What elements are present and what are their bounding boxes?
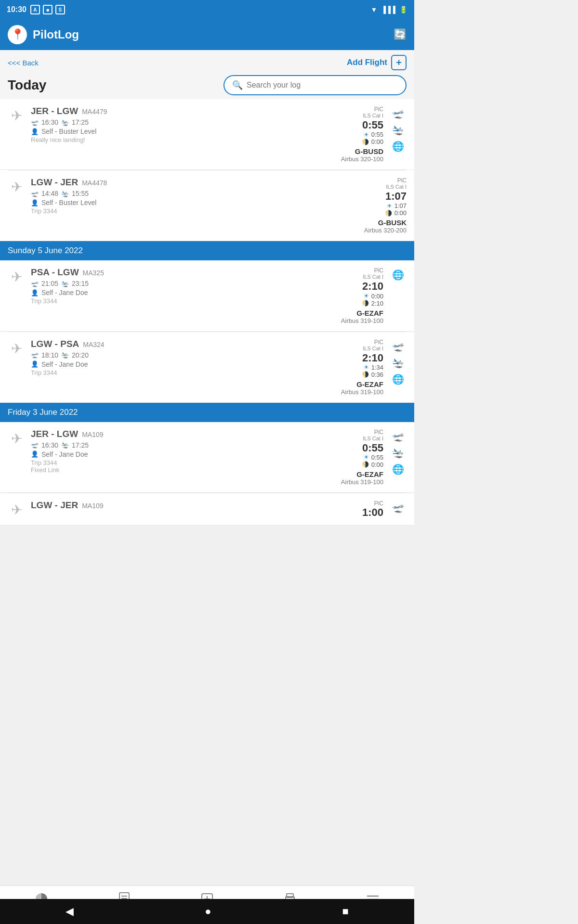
back-button[interactable]: <<< Back xyxy=(8,59,39,67)
logo-pin-icon: 📍 xyxy=(11,28,24,41)
dep-time: 21:05 xyxy=(41,280,58,287)
moon-icon: 🌗 xyxy=(362,300,369,307)
crew-name: Self - Jane Doe xyxy=(41,450,88,458)
flight-card[interactable]: ✈ JER - LGW MA4479 🛫 16:30 🛬 17:25 👤 Sel… xyxy=(0,99,414,170)
arr-icon: 🛬 xyxy=(61,190,69,197)
night-time: 0:00 xyxy=(371,138,383,145)
takeoff-icon: 🛫 xyxy=(392,502,404,513)
sub-header: <<< Back Add Flight + Today 🔍 xyxy=(0,50,414,99)
flight-aircraft: Airbus 319-100 xyxy=(321,478,383,486)
flight-card[interactable]: ✈ LGW - JER MA109 PiC 1:00 🛫 xyxy=(0,493,414,526)
flight-card[interactable]: ✈ PSA - LGW MA325 🛫 21:05 🛬 23:15 👤 Self… xyxy=(0,260,414,331)
flight-times: 🛫 14:48 🛬 15:55 xyxy=(31,190,338,197)
role-label: PiC xyxy=(374,106,383,113)
route-text: LGW - JER xyxy=(31,177,78,188)
crew-icon: 👤 xyxy=(31,360,39,368)
flight-route: LGW - JER MA109 xyxy=(31,500,315,511)
battery-icon: 🔋 xyxy=(399,6,407,13)
add-flight-box-icon: + xyxy=(391,55,407,70)
globe-icon: 🌐 xyxy=(392,373,404,385)
flight-main: PSA - LGW MA325 🛫 21:05 🛬 23:15 👤 Self -… xyxy=(31,267,315,305)
day-time-row: ☀ 1:07 xyxy=(344,202,407,209)
status-left: 10:30 A ■ S xyxy=(7,5,65,14)
plane-icon: ✈ xyxy=(8,502,25,518)
route-text: JER - LGW xyxy=(31,429,78,439)
plane-icon: ✈ xyxy=(8,269,25,285)
moon-icon: 🌗 xyxy=(362,371,369,378)
flight-reg: G-EZAF xyxy=(321,470,383,478)
total-time: 2:10 xyxy=(362,280,383,292)
flight-number: MA109 xyxy=(82,502,103,510)
plane-icon: ✈ xyxy=(8,431,25,447)
date-header-friday: Friday 3 June 2022 xyxy=(0,403,414,422)
app-logo: 📍 xyxy=(8,25,27,44)
signal-icon: ▐▐▐ xyxy=(381,6,395,13)
dep-time: 18:10 xyxy=(41,351,58,359)
arr-time: 15:55 xyxy=(72,190,89,197)
sync-icon[interactable]: 🔄 xyxy=(394,28,407,41)
day-time: 1:34 xyxy=(371,364,383,371)
takeoff-icon: 🛫 xyxy=(392,341,404,352)
flight-route: JER - LGW MA109 xyxy=(31,429,315,439)
total-time: 1:00 xyxy=(362,506,383,518)
day-time: 0:55 xyxy=(371,131,383,138)
night-time: 0:36 xyxy=(371,371,383,378)
flight-crew: 👤 Self - Jane Doe xyxy=(31,450,315,458)
total-time: 1:07 xyxy=(385,190,407,202)
plane-icon: ✈ xyxy=(8,179,25,195)
route-text: LGW - JER xyxy=(31,500,78,511)
flight-aircraft: Airbus 320-200 xyxy=(344,227,407,234)
globe-icon: 🌐 xyxy=(392,463,404,475)
route-text: LGW - PSA xyxy=(31,339,79,349)
sun-icon: ☀ xyxy=(364,364,369,371)
role-label: PiC xyxy=(374,429,383,436)
flight-card[interactable]: ✈ LGW - PSA MA324 🛫 18:10 🛬 20:20 👤 Self… xyxy=(0,332,414,403)
flight-reg: G-EZAF xyxy=(321,380,383,388)
android-nav-bar: ◀ ● ■ xyxy=(0,899,414,924)
sub-header-top: <<< Back Add Flight + xyxy=(8,55,407,70)
cat-label: ILS Cat I xyxy=(363,346,383,351)
section-today: ✈ JER - LGW MA4479 🛫 16:30 🛬 17:25 👤 Sel… xyxy=(0,99,414,241)
night-time: 2:10 xyxy=(371,300,383,307)
sun-icon: ☀ xyxy=(387,203,392,209)
flight-stats: PiC ILS Cat I 2:10 ☀ 1:34 🌗 0:36 G-EZAF … xyxy=(321,339,383,396)
flight-number: MA109 xyxy=(82,431,103,438)
crew-icon: 👤 xyxy=(31,289,39,296)
moon-icon: 🌗 xyxy=(362,461,369,468)
add-flight-header-button[interactable]: Add Flight + xyxy=(347,55,407,70)
flight-stats: PiC 1:00 xyxy=(321,500,383,518)
status-icons-right: ▼ ▐▐▐ 🔋 xyxy=(370,6,407,13)
flight-times: 🛫 18:10 🛬 20:20 xyxy=(31,351,315,359)
android-back-button[interactable]: ◀ xyxy=(66,905,74,918)
plane-icon: ✈ xyxy=(8,108,25,124)
cat-label: ILS Cat I xyxy=(386,184,407,190)
flight-stats: PiC ILS Cat I 2:10 ☀ 0:00 🌗 2:10 G-EZAF … xyxy=(321,267,383,324)
night-time-row: 🌗 0:00 xyxy=(321,138,383,145)
night-time: 0:00 xyxy=(371,461,383,468)
flight-main: LGW - JER MA4478 🛫 14:48 🛬 15:55 👤 Self … xyxy=(31,177,338,215)
flight-card[interactable]: ✈ JER - LGW MA109 🛫 16:30 🛬 17:25 👤 Self… xyxy=(0,422,414,493)
dep-icon: 🛫 xyxy=(31,351,39,359)
flight-main: JER - LGW MA109 🛫 16:30 🛬 17:25 👤 Self -… xyxy=(31,429,315,474)
search-input[interactable] xyxy=(247,81,398,90)
crew-name: Self - Buster Level xyxy=(41,128,96,135)
app-icon-c: S xyxy=(55,5,65,14)
search-box[interactable]: 🔍 xyxy=(223,75,407,95)
flight-note: Trip 3344Fixed Link xyxy=(31,459,315,474)
flight-route: LGW - PSA MA324 xyxy=(31,339,315,349)
flight-actions: 🌐 xyxy=(389,267,407,281)
flight-card[interactable]: ✈ LGW - JER MA4478 🛫 14:48 🛬 15:55 👤 Sel… xyxy=(0,170,414,241)
flight-aircraft: Airbus 319-100 xyxy=(321,388,383,396)
flight-actions: 🛫 xyxy=(389,500,407,513)
total-time: 0:55 xyxy=(362,442,383,454)
android-home-button[interactable]: ● xyxy=(205,905,211,918)
flight-crew: 👤 Self - Jane Doe xyxy=(31,289,315,296)
android-recent-button[interactable]: ■ xyxy=(342,905,349,918)
dep-time: 16:30 xyxy=(41,441,58,449)
date-label: Sunday 5 June 2022 xyxy=(8,246,83,255)
sun-icon: ☀ xyxy=(364,293,369,299)
takeoff-icon: 🛫 xyxy=(392,431,404,442)
flight-route: LGW - JER MA4478 xyxy=(31,177,338,188)
role-label: PiC xyxy=(374,339,383,346)
flight-reg: G-EZAF xyxy=(321,309,383,317)
